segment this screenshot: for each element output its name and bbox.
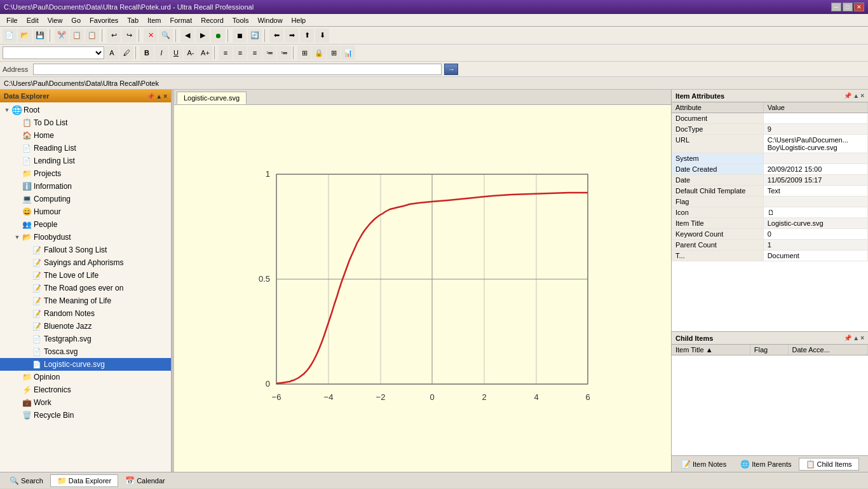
tree-expand-recycle[interactable]: [13, 411, 22, 420]
tab-child-items[interactable]: 📋 Child Items: [799, 458, 859, 471]
tree-expand-opinion[interactable]: [13, 373, 22, 382]
tree-expand-root[interactable]: ▼: [3, 106, 11, 114]
tree-expand-lending[interactable]: [13, 156, 22, 165]
tree-item-humour[interactable]: 😄Humour: [0, 205, 171, 218]
menu-go[interactable]: Go: [67, 15, 85, 25]
font-family-select[interactable]: [3, 46, 104, 59]
tree-expand-reading[interactable]: [13, 144, 22, 153]
italic-button[interactable]: I: [154, 46, 168, 60]
tree-expand-lovelife[interactable]: [23, 271, 32, 280]
align-center[interactable]: ≡: [233, 46, 247, 60]
attr-panel-pin[interactable]: 📌: [844, 92, 851, 99]
back-button[interactable]: ◀: [180, 29, 194, 43]
paste-button[interactable]: 📋: [85, 29, 99, 43]
tree-item-todo[interactable]: 📋To Do List: [0, 116, 171, 129]
open-button[interactable]: 📂: [18, 29, 32, 43]
lock-button[interactable]: 🔒: [312, 46, 326, 60]
nav-down[interactable]: ⬇: [315, 29, 329, 43]
refresh-button[interactable]: 🔄: [248, 29, 262, 43]
tree-expand-sayings[interactable]: [23, 258, 32, 267]
attr-panel-close[interactable]: ×: [860, 92, 864, 99]
tree-item-root[interactable]: ▼🌐Root: [0, 104, 171, 116]
new-button[interactable]: 📄: [3, 29, 17, 43]
child-panel-minimize[interactable]: ▲: [853, 334, 859, 341]
tree-item-tosca[interactable]: 📄Tosca.svg: [0, 345, 171, 358]
menu-tools[interactable]: Tools: [229, 15, 253, 25]
tab-calendar[interactable]: 📅 Calendar: [118, 474, 172, 487]
format-btn-1[interactable]: A: [105, 46, 119, 60]
panel-minimize[interactable]: ▲: [156, 93, 162, 100]
cut-button[interactable]: ✂️: [55, 29, 69, 43]
search-button[interactable]: 🔍: [159, 29, 173, 43]
tree-item-lending[interactable]: 📄Lending List: [0, 155, 171, 167]
tree-item-opinion[interactable]: 📁Opinion: [0, 371, 171, 383]
bullet-list[interactable]: ≔: [262, 46, 276, 60]
table-button[interactable]: ⊞: [297, 46, 311, 60]
tree-item-computing[interactable]: 💻Computing: [0, 193, 171, 205]
menu-tab[interactable]: Tab: [123, 15, 142, 25]
tree-expand-testgraph[interactable]: [23, 334, 32, 343]
format-btn-2[interactable]: 🖊: [119, 46, 133, 60]
minimize-button[interactable]: ─: [831, 3, 841, 11]
menu-edit[interactable]: Edit: [23, 15, 43, 25]
tree-expand-meaninglife[interactable]: [23, 296, 32, 305]
tree-expand-fallout[interactable]: [23, 245, 32, 254]
tree-expand-randomnotes[interactable]: [23, 309, 32, 318]
tree-item-fallout[interactable]: 📝Fallout 3 Song List: [0, 244, 171, 256]
tree-item-lovelife[interactable]: 📝The Love of Life: [0, 269, 171, 282]
menu-favorites[interactable]: Favorites: [86, 15, 122, 25]
tree-item-roadgoes[interactable]: 📝The Road goes ever on: [0, 282, 171, 294]
bold-button[interactable]: B: [140, 46, 154, 60]
stop-button[interactable]: ⏹: [233, 29, 247, 43]
tree-item-randomnotes[interactable]: 📝Random Notes: [0, 307, 171, 320]
extra-btn[interactable]: 📊: [341, 46, 355, 60]
tree-expand-electronics[interactable]: [13, 385, 22, 394]
tab-data-explorer[interactable]: 📁 Data Explorer: [50, 474, 118, 487]
menu-item[interactable]: Item: [144, 15, 165, 25]
tree-item-bluenote[interactable]: 📝Bluenote Jazz: [0, 320, 171, 333]
panel-close[interactable]: ×: [163, 93, 167, 100]
panel-pin[interactable]: 📌: [147, 93, 154, 100]
child-panel-close[interactable]: ×: [860, 334, 864, 341]
font-size-larger[interactable]: A+: [198, 46, 212, 60]
tree-expand-work[interactable]: [13, 398, 22, 407]
menu-window[interactable]: Window: [254, 15, 286, 25]
address-input[interactable]: [33, 64, 442, 75]
tree-item-electronics[interactable]: ⚡Electronics: [0, 383, 171, 396]
menu-record[interactable]: Record: [197, 15, 227, 25]
close-button[interactable]: ✕: [854, 3, 864, 11]
nav-up[interactable]: ⬆: [300, 29, 314, 43]
tree-item-reading[interactable]: 📄Reading List: [0, 142, 171, 155]
save-button[interactable]: 💾: [33, 29, 47, 43]
tree-expand-tosca[interactable]: [23, 347, 32, 356]
nav-next[interactable]: ➡: [285, 29, 299, 43]
tree-item-work[interactable]: 💼Work: [0, 396, 171, 409]
redo-button[interactable]: ↪: [122, 29, 136, 43]
tree-item-meaninglife[interactable]: 📝The Meaning of Life: [0, 294, 171, 307]
tree-expand-people[interactable]: [13, 220, 22, 229]
tree-expand-logistic[interactable]: [23, 360, 32, 369]
tree-expand-computing[interactable]: [13, 195, 22, 203]
tree-expand-todo[interactable]: [13, 118, 22, 127]
align-left[interactable]: ≡: [219, 46, 233, 60]
tree-expand-projects[interactable]: [13, 169, 22, 178]
tab-search[interactable]: 🔍 Search: [3, 474, 50, 487]
tree-item-recycle[interactable]: 🗑️Recycle Bin: [0, 409, 171, 422]
menu-format[interactable]: Format: [166, 15, 196, 25]
grid-button[interactable]: ⊞: [327, 46, 341, 60]
address-go-button[interactable]: →: [444, 64, 458, 75]
tree-expand-humour[interactable]: [13, 207, 22, 216]
tree-item-sayings[interactable]: 📝Sayings and Aphorisms: [0, 256, 171, 269]
tree-expand-floobydust[interactable]: ▼: [13, 233, 22, 242]
menu-help[interactable]: Help: [288, 15, 310, 25]
forward-button[interactable]: ▶: [196, 29, 210, 43]
tree-item-floobydust[interactable]: ▼📂Floobydust: [0, 231, 171, 244]
maximize-button[interactable]: □: [843, 3, 853, 11]
tree-expand-information[interactable]: [13, 182, 22, 191]
tree-item-home[interactable]: 🏠Home: [0, 129, 171, 142]
align-right[interactable]: ≡: [248, 46, 262, 60]
tree-expand-home[interactable]: [13, 131, 22, 140]
delete-button[interactable]: ✕: [144, 29, 158, 43]
tree-item-logistic[interactable]: 📄Logistic-curve.svg: [0, 358, 171, 371]
menu-file[interactable]: File: [3, 15, 22, 25]
